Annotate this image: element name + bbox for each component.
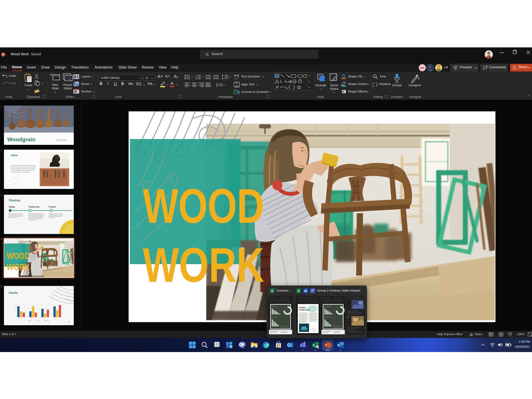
svg-text:T: T — [311, 289, 313, 293]
svg-text:Q3: Q3 — [43, 318, 45, 319]
svg-text:T: T — [301, 344, 302, 347]
svg-text:Today: Today — [8, 206, 15, 208]
svg-text:Tomorrow: Tomorrow — [28, 206, 39, 208]
svg-text:02: 02 — [311, 328, 316, 332]
svg-text:Q1: Q1 — [19, 318, 21, 319]
svg-text:modern: modern — [299, 306, 306, 309]
svg-text:P: P — [325, 343, 327, 347]
svg-text:two: two — [38, 320, 40, 322]
svg-text:X: X — [313, 343, 315, 347]
svg-text:X: X — [297, 289, 299, 293]
svg-text:ac: ac — [372, 85, 375, 88]
svg-text:W: W — [338, 344, 340, 347]
svg-text:Timeline: Timeline — [8, 199, 20, 202]
svg-text:ab: ab — [234, 74, 237, 77]
svg-text:W: W — [304, 289, 307, 293]
svg-text:5: 5 — [68, 321, 70, 323]
svg-text:Future: Future — [49, 206, 56, 208]
svg-text:Intro: Intro — [11, 154, 18, 157]
svg-text:X: X — [271, 289, 273, 293]
svg-text:one: one — [30, 320, 32, 322]
svg-text:Jack Purton: Jack Purton — [56, 139, 67, 141]
svg-text:Q2: Q2 — [31, 318, 33, 319]
svg-text:Woodgrain: Woodgrain — [7, 136, 35, 143]
svg-text:Q4: Q4 — [55, 318, 57, 319]
svg-text:Charts: Charts — [8, 291, 18, 294]
svg-text:BB: BB — [420, 66, 424, 70]
svg-text:three: three — [47, 320, 50, 322]
svg-text:3: 3 — [195, 78, 196, 80]
svg-text:3: 3 — [68, 230, 70, 233]
svg-text:ab: ab — [372, 82, 375, 85]
svg-text:architecture: architecture — [299, 309, 310, 311]
svg-text:P: P — [2, 53, 4, 56]
